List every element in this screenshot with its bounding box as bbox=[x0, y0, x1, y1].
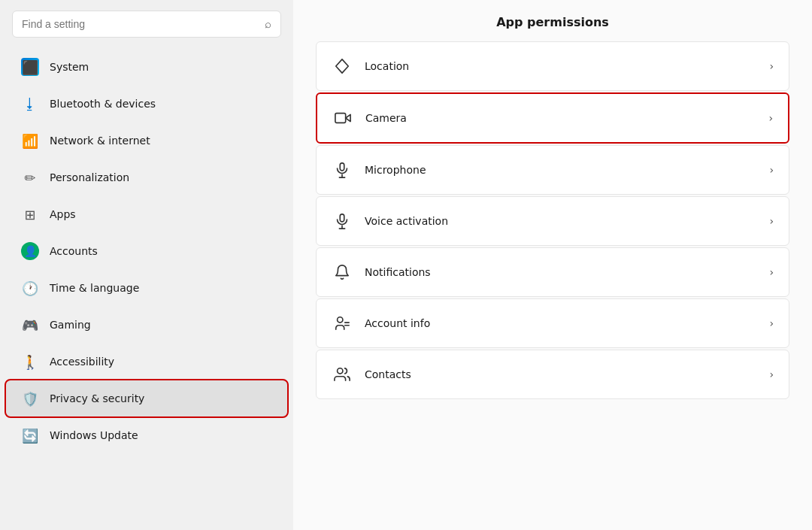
sidebar-item-label: Accounts bbox=[50, 245, 98, 257]
permission-item-microphone[interactable]: Microphone › bbox=[316, 145, 789, 195]
sidebar-item-label: Accessibility bbox=[50, 356, 114, 368]
accessibility-icon: 🚶 bbox=[21, 353, 39, 371]
accounts-icon: 👤 bbox=[21, 242, 39, 260]
update-icon: 🔄 bbox=[21, 426, 39, 444]
main-content: App permissions Location › Camera › bbox=[293, 0, 812, 530]
voice-icon bbox=[332, 210, 353, 232]
permission-item-camera[interactable]: Camera › bbox=[316, 92, 789, 144]
permissions-list: Location › Camera › bbox=[316, 41, 789, 399]
permission-item-contacts[interactable]: Contacts › bbox=[316, 350, 789, 399]
permission-item-account-info[interactable]: Account info › bbox=[316, 298, 789, 348]
section-title: App permissions bbox=[316, 15, 789, 29]
gaming-icon: 🎮 bbox=[21, 316, 39, 334]
chevron-right-icon: › bbox=[769, 215, 774, 227]
svg-rect-5 bbox=[340, 214, 344, 222]
contacts-icon bbox=[332, 364, 353, 385]
sidebar-item-accounts[interactable]: 👤 Accounts bbox=[6, 233, 287, 269]
search-bar[interactable]: ⌕ bbox=[12, 11, 281, 38]
permission-item-location[interactable]: Location › bbox=[316, 41, 789, 91]
sidebar-item-accessibility[interactable]: 🚶 Accessibility bbox=[6, 344, 287, 380]
sidebar-item-label: Network & internet bbox=[50, 135, 150, 147]
permission-label: Contacts bbox=[365, 368, 757, 380]
chevron-right-icon: › bbox=[769, 60, 774, 72]
sidebar-item-bluetooth[interactable]: ⭳ Bluetooth & devices bbox=[6, 86, 287, 122]
location-icon bbox=[332, 56, 353, 77]
sidebar-item-system[interactable]: ⬛ System bbox=[6, 49, 287, 85]
chevron-right-icon: › bbox=[769, 164, 774, 176]
svg-point-11 bbox=[338, 368, 343, 374]
sidebar-item-label: Gaming bbox=[50, 319, 91, 331]
sidebar-item-personalization[interactable]: ✏️ Personalization bbox=[6, 159, 287, 195]
svg-point-8 bbox=[338, 317, 343, 323]
sidebar-item-network[interactable]: 📶 Network & internet bbox=[6, 123, 287, 159]
sidebar-item-label: Windows Update bbox=[50, 429, 138, 441]
notifications-icon bbox=[332, 262, 353, 283]
search-icon: ⌕ bbox=[265, 17, 271, 31]
search-input[interactable] bbox=[22, 18, 259, 30]
sidebar: ⌕ ⬛ System ⭳ Bluetooth & devices 📶 Netwo… bbox=[0, 0, 293, 530]
sidebar-item-update[interactable]: 🔄 Windows Update bbox=[6, 417, 287, 453]
sidebar-item-label: System bbox=[50, 61, 89, 73]
permission-label: Camera bbox=[365, 112, 756, 124]
permission-label: Notifications bbox=[365, 266, 757, 278]
sidebar-item-label: Apps bbox=[50, 208, 76, 220]
svg-rect-1 bbox=[335, 114, 346, 123]
chevron-right-icon: › bbox=[769, 368, 774, 380]
account-info-icon bbox=[332, 313, 353, 334]
svg-marker-0 bbox=[336, 59, 349, 73]
network-icon: 📶 bbox=[21, 132, 39, 150]
sidebar-item-label: Personalization bbox=[50, 171, 129, 183]
permission-item-notifications[interactable]: Notifications › bbox=[316, 247, 789, 297]
sidebar-item-apps[interactable]: ⊞ Apps bbox=[6, 196, 287, 232]
sidebar-item-gaming[interactable]: 🎮 Gaming bbox=[6, 307, 287, 343]
personalization-icon: ✏️ bbox=[21, 168, 39, 186]
sidebar-item-time[interactable]: 🕐 Time & language bbox=[6, 270, 287, 306]
chevron-right-icon: › bbox=[769, 266, 774, 278]
sidebar-item-label: Time & language bbox=[50, 282, 139, 294]
sidebar-item-label: Privacy & security bbox=[50, 392, 144, 404]
camera-icon bbox=[332, 108, 353, 129]
bluetooth-icon: ⭳ bbox=[21, 95, 39, 113]
time-icon: 🕐 bbox=[21, 279, 39, 297]
microphone-icon bbox=[332, 159, 353, 180]
permission-label: Account info bbox=[365, 317, 757, 329]
sidebar-item-label: Bluetooth & devices bbox=[50, 98, 156, 110]
chevron-right-icon: › bbox=[768, 112, 773, 124]
apps-icon: ⊞ bbox=[21, 205, 39, 223]
svg-rect-2 bbox=[340, 163, 344, 171]
permission-label: Voice activation bbox=[365, 215, 757, 227]
chevron-right-icon: › bbox=[769, 317, 774, 329]
permission-label: Location bbox=[365, 60, 757, 72]
system-icon: ⬛ bbox=[21, 58, 39, 76]
sidebar-item-privacy[interactable]: 🛡️ Privacy & security bbox=[6, 380, 287, 416]
privacy-icon: 🛡️ bbox=[21, 389, 39, 407]
permission-label: Microphone bbox=[365, 164, 757, 176]
nav-list: ⬛ System ⭳ Bluetooth & devices 📶 Network… bbox=[0, 45, 293, 457]
permission-item-voice[interactable]: Voice activation › bbox=[316, 196, 789, 246]
